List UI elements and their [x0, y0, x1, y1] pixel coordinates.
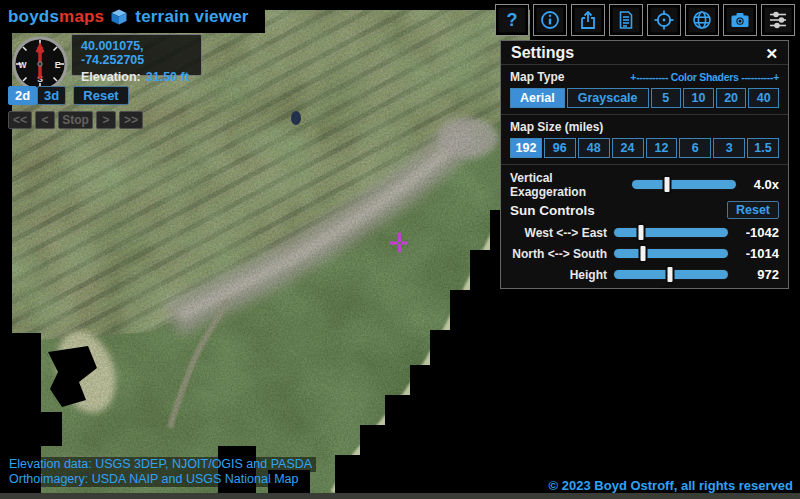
settings-panel: Settings ✕ Map Type +---------- Color Sh… [500, 40, 789, 289]
map-size-section: Map Size (miles) 192 96 48 24 12 6 3 1.5 [501, 115, 788, 164]
map-type-label: Map Type [510, 70, 564, 84]
map-bottom-strip [0, 493, 800, 499]
color-shaders-note: +---------- Color Shaders ----------+ [630, 71, 779, 83]
toolbar: ? [495, 4, 795, 36]
slider-handle[interactable] [638, 244, 647, 263]
vertical-exaggeration-label: Vertical Exaggeration [510, 171, 632, 199]
elevation-label: Elevation: [81, 70, 141, 84]
globe-icon [691, 9, 713, 31]
help-icon: ? [501, 9, 523, 31]
map-size-3[interactable]: 3 [713, 138, 745, 158]
settings-button[interactable] [761, 4, 795, 36]
stop-button[interactable]: Stop [58, 111, 93, 129]
svg-text:?: ? [507, 10, 518, 30]
map-type-section: Map Type +---------- Color Shaders -----… [501, 65, 788, 114]
step-forward-button[interactable]: > [96, 111, 116, 129]
brightness-value: 44% [737, 288, 779, 289]
brightness-label: Brightness [510, 289, 614, 290]
logo-terrain-viewer: terrain viewer [135, 7, 248, 27]
map-type-shader-5[interactable]: 5 [651, 88, 682, 108]
settings-title: Settings [511, 44, 574, 62]
sun-controls-label: Sun Controls [510, 203, 595, 218]
height-value: 972 [737, 267, 779, 282]
map-size-options: 192 96 48 24 12 6 3 1.5 [510, 138, 779, 158]
logo-maps: maps [59, 7, 104, 27]
slider-handle[interactable] [661, 286, 670, 289]
crosshair-icon [653, 9, 675, 31]
sun-reset-button[interactable]: Reset [727, 201, 779, 219]
sliders-section: Vertical Exaggeration 4.0x Sun Controls … [501, 165, 788, 289]
elevation-value: 31.50 ft [146, 70, 189, 84]
compass[interactable]: N W E S [11, 35, 69, 93]
vertical-exaggeration-value: 4.0x [745, 177, 779, 192]
vertical-exaggeration-row: Vertical Exaggeration 4.0x [510, 172, 779, 197]
north-south-label: North <--> South [510, 247, 614, 261]
fast-forward-button[interactable]: >> [119, 111, 143, 129]
app-logo: boydsmaps terrain viewer [0, 0, 265, 33]
north-south-row: North <--> South -1014 [510, 243, 779, 264]
west-east-label: West <--> East [510, 226, 614, 240]
map-type-shader-10[interactable]: 10 [683, 88, 714, 108]
map-size-6[interactable]: 6 [679, 138, 711, 158]
sliders-icon [767, 9, 789, 31]
vertical-exaggeration-slider[interactable] [632, 180, 736, 189]
map-size-1-5[interactable]: 1.5 [747, 138, 779, 158]
step-back-button[interactable]: < [35, 111, 55, 129]
logo-boyds: boyds [8, 7, 59, 27]
map-size-48[interactable]: 48 [578, 138, 610, 158]
document-button[interactable] [609, 4, 643, 36]
mode-2d-button[interactable]: 2d [8, 86, 37, 105]
view-reset-button[interactable]: Reset [73, 86, 129, 105]
data-credits: Elevation data: USGS 3DEP, NJOIT/OGIS an… [5, 457, 316, 487]
rewind-button[interactable]: << [8, 111, 32, 129]
coordinates-readout: 40.001075, -74.252705 Elevation:31.50 ft [71, 34, 202, 76]
info-button[interactable] [533, 4, 567, 36]
mode-3d-button[interactable]: 3d [37, 86, 66, 105]
camera-button[interactable] [723, 4, 757, 36]
map-size-12[interactable]: 12 [646, 138, 678, 158]
height-row: Height 972 [510, 264, 779, 285]
export-button[interactable] [571, 4, 605, 36]
document-icon [615, 9, 637, 31]
elevation-credit: Elevation data: USGS 3DEP, NJOIT/OGIS an… [5, 457, 316, 472]
cube-icon [111, 9, 127, 25]
slider-handle[interactable] [665, 265, 674, 284]
info-icon [539, 9, 561, 31]
compass-west-label: W [18, 60, 27, 70]
brightness-row: Brightness 44% [510, 285, 779, 289]
map-size-192[interactable]: 192 [510, 138, 542, 158]
export-icon [577, 9, 599, 31]
height-label: Height [510, 268, 614, 282]
map-marker-icon [388, 232, 410, 254]
slider-handle[interactable] [663, 175, 672, 194]
compass-east-label: E [55, 60, 61, 70]
locate-button[interactable] [647, 4, 681, 36]
north-south-slider[interactable] [614, 249, 728, 258]
imagery-credit: Orthoimagery: USDA NAIP and USGS Nationa… [5, 472, 302, 487]
north-south-value: -1014 [737, 246, 779, 261]
map-size-24[interactable]: 24 [612, 138, 644, 158]
height-slider[interactable] [614, 270, 728, 279]
coordinates-value: 40.001075, -74.252705 [81, 39, 192, 67]
map-type-options: Aerial Grayscale 5 10 20 40 [510, 88, 779, 108]
playback-controls: << < Stop > >> [8, 111, 143, 129]
west-east-slider[interactable] [614, 228, 728, 237]
view-mode-toggle: 2d 3d [8, 86, 66, 105]
map-size-96[interactable]: 96 [544, 138, 576, 158]
map-type-shader-40[interactable]: 40 [748, 88, 779, 108]
settings-header: Settings ✕ [501, 41, 788, 64]
west-east-row: West <--> East -1042 [510, 222, 779, 243]
map-type-aerial[interactable]: Aerial [510, 88, 565, 108]
close-icon[interactable]: ✕ [765, 46, 778, 61]
globe-button[interactable] [685, 4, 719, 36]
terrain-viewer-app: boydsmaps terrain viewer N W E S [0, 0, 800, 499]
map-size-label: Map Size (miles) [510, 120, 603, 134]
camera-icon [729, 9, 751, 31]
help-button[interactable]: ? [495, 4, 529, 36]
map-type-shader-20[interactable]: 20 [716, 88, 747, 108]
slider-handle[interactable] [637, 223, 646, 242]
sun-controls-header: Sun Controls Reset [510, 198, 779, 222]
west-east-value: -1042 [737, 225, 779, 240]
map-type-grayscale[interactable]: Grayscale [567, 88, 649, 108]
copyright-notice: © 2023 Boyd Ostroff, all rights reserved [549, 478, 793, 493]
